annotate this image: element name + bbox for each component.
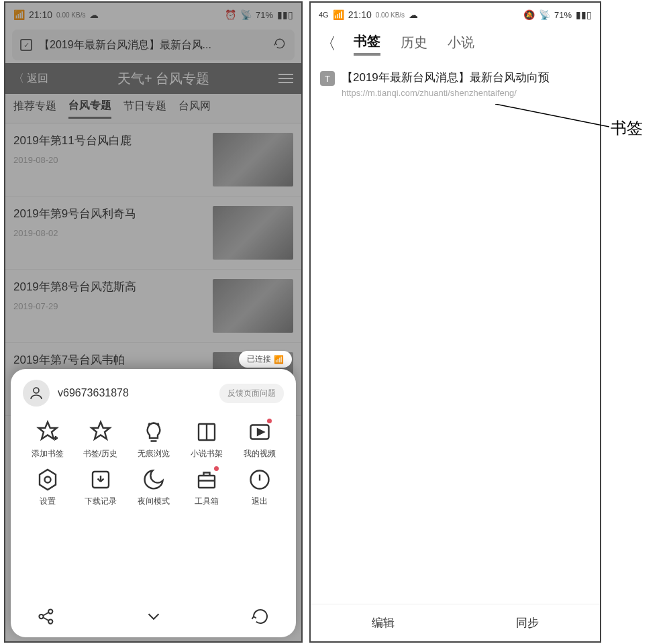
article-title: 2019年第7号台风韦帕 bbox=[13, 352, 206, 368]
menu-incognito[interactable]: 无痕浏览 bbox=[129, 420, 178, 460]
signal-text: 4G bbox=[319, 11, 329, 19]
article-item[interactable]: 2019年第8号台风范斯高 2019-07-29 bbox=[5, 270, 301, 343]
battery-text: 71% bbox=[554, 10, 572, 20]
menu-exit[interactable]: 退出 bbox=[235, 468, 284, 507]
bookmark-item[interactable]: T 【2019年最新台风消息】最新台风动向预 https://m.tianqi.… bbox=[311, 60, 600, 107]
tabs-header: 〈 书签 历史 小说 bbox=[311, 27, 600, 60]
hamburger-icon[interactable] bbox=[278, 74, 293, 83]
star-icon bbox=[89, 420, 113, 444]
cloud-icon: ☁ bbox=[409, 9, 418, 20]
alarm-icon: ⏰ bbox=[225, 9, 236, 20]
svg-rect-5 bbox=[199, 476, 215, 488]
category-tabs: 推荐专题 台风专题 节日专题 台风网 bbox=[5, 94, 301, 123]
menu-my-video[interactable]: 我的视频 bbox=[235, 420, 284, 460]
article-title: 2019年第11号台风白鹿 bbox=[13, 133, 206, 148]
cloud-icon: ☁ bbox=[89, 9, 99, 20]
menu-label: 书签/历史 bbox=[83, 448, 117, 460]
menu-add-bookmark[interactable]: 添加书签 bbox=[23, 420, 72, 460]
download-icon bbox=[89, 468, 113, 492]
phone-left: 📶 21:10 0.00 KB/s ☁ ⏰ 📡 71% ▮▮▯ ✓ 【2019年… bbox=[4, 1, 303, 643]
menu-toolbox[interactable]: 工具箱 bbox=[182, 468, 231, 507]
share-icon[interactable] bbox=[36, 606, 56, 627]
star-plus-icon bbox=[36, 420, 60, 444]
annotation-label: 书签 bbox=[611, 117, 643, 139]
sheet-grid: 添加书签 书签/历史 无痕浏览 小说书架 我的视频 bbox=[23, 420, 284, 507]
status-time: 21:10 bbox=[29, 9, 52, 20]
menu-novel-shelf[interactable]: 小说书架 bbox=[182, 420, 231, 460]
connected-pill[interactable]: 已连接 📶 bbox=[239, 351, 292, 368]
username: v69673631878 bbox=[58, 387, 211, 399]
menu-downloads[interactable]: 下载记录 bbox=[76, 468, 125, 507]
article-thumb bbox=[213, 206, 293, 260]
menu-label: 设置 bbox=[40, 496, 56, 507]
tab-bookmarks[interactable]: 书签 bbox=[354, 32, 380, 56]
article-title: 2019年第9号台风利奇马 bbox=[13, 206, 206, 221]
avatar[interactable] bbox=[23, 380, 50, 407]
shield-icon: ✓ bbox=[20, 39, 32, 51]
status-net: 0.00 KB/s bbox=[376, 11, 405, 19]
article-item[interactable]: 2019年第9号台风利奇马 2019-08-02 bbox=[5, 197, 301, 270]
category-tab-1[interactable]: 台风专题 bbox=[68, 99, 111, 119]
chevron-down-icon[interactable] bbox=[144, 606, 164, 627]
article-date: 2019-08-20 bbox=[13, 155, 206, 165]
bookmark-title: 【2019年最新台风消息】最新台风动向预 bbox=[342, 70, 590, 85]
menu-label: 添加书签 bbox=[32, 448, 64, 460]
video-icon bbox=[248, 420, 272, 444]
status-time: 21:10 bbox=[348, 9, 372, 20]
notification-dot bbox=[267, 419, 272, 423]
toolbox-icon bbox=[195, 468, 219, 492]
signal-icon: 📶 bbox=[333, 9, 344, 20]
nav-title: 天气+ 台风专题 bbox=[48, 70, 278, 88]
feedback-button[interactable]: 反馈页面问题 bbox=[219, 384, 284, 403]
category-tab-0[interactable]: 推荐专题 bbox=[13, 99, 56, 117]
wifi-icon: 📡 bbox=[240, 9, 252, 20]
menu-label: 下载记录 bbox=[85, 496, 117, 507]
connected-label: 已连接 bbox=[247, 354, 271, 365]
hex-gear-icon bbox=[36, 468, 60, 492]
status-net: 0.00 KB/s bbox=[56, 11, 85, 19]
notification-dot bbox=[214, 466, 219, 471]
svg-point-0 bbox=[34, 388, 39, 393]
tab-novels[interactable]: 小说 bbox=[448, 34, 474, 54]
battery-icon: ▮▮▯ bbox=[277, 9, 293, 20]
article-item[interactable]: 2019年第11号台风白鹿 2019-08-20 bbox=[5, 123, 301, 197]
article-title: 2019年第8号台风范斯高 bbox=[13, 279, 206, 294]
url-title: 【2019年最新台风消息】最新台风... bbox=[39, 38, 211, 52]
menu-label: 工具箱 bbox=[195, 496, 219, 507]
tab-history[interactable]: 历史 bbox=[401, 34, 427, 54]
signal-icon: 📶 bbox=[13, 9, 25, 20]
edit-button[interactable]: 编辑 bbox=[311, 604, 456, 641]
url-bar[interactable]: ✓ 【2019年最新台风消息】最新台风... bbox=[12, 30, 295, 60]
back-button[interactable]: 〈 bbox=[320, 33, 333, 54]
bookmark-badge-icon: T bbox=[320, 71, 335, 86]
battery-text: 71% bbox=[256, 10, 273, 20]
status-bar-left: 📶 21:10 0.00 KB/s ☁ ⏰ 📡 71% ▮▮▯ bbox=[5, 3, 301, 27]
reload-icon[interactable] bbox=[273, 37, 287, 53]
sync-button[interactable]: 同步 bbox=[456, 604, 601, 641]
nav-back-label: 返回 bbox=[27, 72, 48, 86]
sheet-bottom-row bbox=[23, 600, 284, 631]
menu-night-mode[interactable]: 夜间模式 bbox=[129, 468, 178, 507]
nav-back-button[interactable]: 〈 返回 bbox=[13, 72, 48, 86]
battery-icon: ▮▮▯ bbox=[576, 9, 592, 20]
power-icon bbox=[248, 468, 272, 492]
menu-label: 小说书架 bbox=[191, 448, 223, 460]
wifi-small-icon: 📶 bbox=[274, 355, 284, 364]
chevron-left-icon: 〈 bbox=[13, 72, 24, 86]
bulb-icon bbox=[142, 420, 166, 444]
menu-label: 夜间模式 bbox=[138, 496, 170, 507]
phone-right: 4G 📶 21:10 0.00 KB/s ☁ 🔕 📡 71% ▮▮▯ 〈 书签 … bbox=[309, 1, 601, 643]
bookmark-url: https://m.tianqi.com/zhuanti/shenzhentai… bbox=[342, 88, 590, 98]
article-thumb bbox=[213, 279, 293, 333]
menu-bookmark-history[interactable]: 书签/历史 bbox=[76, 420, 125, 460]
article-date: 2019-07-29 bbox=[13, 301, 206, 311]
moon-icon bbox=[142, 468, 166, 492]
page-nav-header: 〈 返回 天气+ 台风专题 bbox=[5, 63, 301, 94]
refresh-icon[interactable] bbox=[250, 606, 270, 627]
menu-settings[interactable]: 设置 bbox=[23, 468, 72, 507]
category-tab-3[interactable]: 台风网 bbox=[178, 99, 211, 117]
article-date: 2019-08-02 bbox=[13, 228, 206, 238]
alarm-off-icon: 🔕 bbox=[523, 9, 535, 20]
article-thumb bbox=[213, 133, 293, 186]
category-tab-2[interactable]: 节日专题 bbox=[123, 99, 166, 117]
